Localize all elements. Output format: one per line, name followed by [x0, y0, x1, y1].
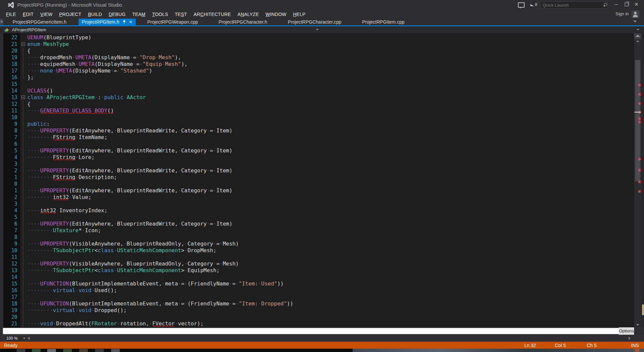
code-line[interactable]: 10: [3, 114, 634, 121]
line-number[interactable]: 3: [3, 201, 20, 207]
taskbar-icon[interactable]: [17, 349, 25, 352]
code-line[interactable]: 15····UFUNCTION(BlueprintImplementableEv…: [3, 280, 634, 287]
code-line[interactable]: 8: [3, 234, 634, 241]
line-number[interactable]: 3: [3, 161, 20, 167]
scroll-left-icon[interactable]: [28, 337, 30, 340]
line-number[interactable]: 16: [3, 287, 20, 294]
tab-ProjectRPGItem.h[interactable]: ProjectRPGItem.h✕: [79, 19, 136, 25]
collapsed-panel-edge[interactable]: h: [0, 19, 3, 25]
tab-ProjectRPGGenericItem.h[interactable]: ProjectRPGGenericItem.h: [4, 19, 75, 25]
code-line[interactable]: 14: [3, 274, 634, 280]
code-line[interactable]: 5: [3, 214, 634, 221]
fold-collapse-icon[interactable]: [20, 94, 27, 101]
members-dropdown[interactable]: [320, 26, 641, 33]
code-line[interactable]: 7········UTexture*·Icon;: [3, 227, 634, 234]
line-number[interactable]: 17: [3, 294, 20, 300]
code-line[interactable]: 2········int32·Value;: [3, 194, 634, 201]
line-number[interactable]: 16: [3, 74, 20, 81]
line-number[interactable]: 7: [3, 227, 20, 234]
types-dropdown[interactable]: AProjectRPGItem: [3, 26, 320, 33]
line-number[interactable]: 4: [3, 207, 20, 214]
menu-item-file[interactable]: FILE: [3, 10, 19, 18]
menu-item-architecture[interactable]: ARCHITECTURE: [190, 10, 234, 18]
code-line[interactable]: 10········TSubobjectPtr<class·UStaticMes…: [3, 247, 634, 254]
line-number[interactable]: 2: [3, 167, 20, 174]
minimize-button[interactable]: [611, 0, 621, 9]
horizontal-scrollbar[interactable]: 100 %: [0, 335, 644, 342]
error-mark[interactable]: [638, 84, 641, 86]
line-number[interactable]: 6: [3, 141, 20, 147]
line-number[interactable]: 14: [3, 274, 20, 280]
vertical-scrollbar[interactable]: [634, 33, 641, 327]
code-line[interactable]: 13class·AProjectRPGItem·:·public·AActor: [3, 94, 634, 101]
close-tab-icon[interactable]: ✕: [129, 20, 132, 24]
scroll-down-icon[interactable]: [636, 324, 639, 326]
taskbar-icon[interactable]: [111, 349, 120, 352]
feedback-icon[interactable]: [518, 2, 525, 8]
code-line[interactable]: 4····int32·InventoryIndex;: [3, 207, 634, 214]
menu-item-window[interactable]: WINDOW: [262, 10, 290, 18]
code-line[interactable]: 20{: [3, 48, 634, 54]
code-line[interactable]: 6: [3, 141, 634, 147]
code-line[interactable]: 17····none·UMETA(DisplayName·=·"Stashed"…: [3, 68, 634, 74]
fold-collapse-icon[interactable]: [20, 41, 27, 48]
code-line[interactable]: 16};: [3, 74, 634, 81]
line-number[interactable]: 21: [3, 320, 20, 327]
error-mark[interactable]: [638, 121, 641, 123]
menu-item-help[interactable]: HELP: [290, 10, 309, 18]
code-line[interactable]: 20: [3, 314, 634, 320]
line-number[interactable]: 6: [3, 221, 20, 227]
code-line[interactable]: 9····UPROPERTY(VisibleAnywhere,·Blueprin…: [3, 241, 634, 247]
line-number[interactable]: 17: [3, 68, 20, 74]
error-mark[interactable]: [638, 102, 641, 105]
tab-ProjectRPGItem.cpp[interactable]: ProjectRPGItem.cpp: [353, 19, 413, 25]
line-number[interactable]: 10: [3, 247, 20, 254]
code-line[interactable]: 8····UPROPERTY(EditAnywhere,·BlueprintRe…: [3, 127, 634, 134]
code-line[interactable]: 21enum·MeshType: [3, 41, 634, 48]
menu-item-team[interactable]: TEAM: [129, 10, 149, 18]
menu-item-tools[interactable]: TOOLS: [149, 10, 171, 18]
line-number[interactable]: 5: [3, 214, 20, 221]
line-number[interactable]: 9: [3, 121, 20, 127]
line-number[interactable]: 11: [3, 254, 20, 261]
line-number[interactable]: 20: [3, 48, 20, 54]
error-mark[interactable]: [638, 169, 641, 171]
tab-ProjectRPGCharacter.h[interactable]: ProjectRPGCharacter.h: [210, 19, 276, 25]
code-line[interactable]: 4········FString·Lore;: [3, 154, 634, 161]
search-icon[interactable]: [603, 3, 608, 7]
code-line[interactable]: 1········FString·Description;: [3, 174, 634, 181]
line-number[interactable]: 19: [3, 54, 20, 61]
code-line[interactable]: 2····UPROPERTY(EditAnywhere,·BlueprintRe…: [3, 167, 634, 174]
error-mark[interactable]: [638, 117, 641, 120]
line-number[interactable]: 9: [3, 241, 20, 247]
tab-ProjectRPGWeapon.cpp[interactable]: ProjectRPGWeapon.cpp: [139, 19, 207, 25]
command-input[interactable]: [3, 328, 621, 334]
code-line[interactable]: 3: [3, 201, 634, 207]
code-line[interactable]: 9public:: [3, 121, 634, 127]
line-number[interactable]: 4: [3, 154, 20, 161]
line-number[interactable]: 8: [3, 234, 20, 241]
line-number[interactable]: 15: [3, 81, 20, 88]
code-line[interactable]: 11: [3, 254, 634, 261]
taskbar-icon[interactable]: [32, 349, 41, 352]
line-number[interactable]: 21: [3, 41, 20, 48]
menu-item-project[interactable]: PROJECT: [56, 10, 85, 18]
menu-item-test[interactable]: TEST: [171, 10, 190, 18]
scroll-up-icon[interactable]: [636, 40, 639, 42]
line-number[interactable]: 20: [3, 314, 20, 320]
line-number[interactable]: 22: [3, 34, 20, 41]
taskbar-icon[interactable]: [63, 349, 72, 352]
line-number[interactable]: 13: [3, 267, 20, 274]
quick-launch-box[interactable]: [540, 1, 607, 9]
code-line[interactable]: 12{: [3, 101, 634, 107]
restore-button[interactable]: [621, 0, 631, 9]
code-line[interactable]: 13········TSubobjectPtr<class·UStaticMes…: [3, 267, 634, 274]
code-line[interactable]: 5····UPROPERTY(EditAnywhere,·BlueprintRe…: [3, 147, 634, 154]
taskbar-icon[interactable]: [79, 349, 88, 352]
line-number[interactable]: 11: [3, 107, 20, 114]
line-number[interactable]: 8: [3, 127, 20, 134]
menu-item-view[interactable]: VIEW: [37, 10, 56, 18]
error-mark[interactable]: [638, 190, 641, 193]
line-number[interactable]: 12: [3, 261, 20, 267]
tab-ProjectRPGCharacter.cpp[interactable]: ProjectRPGCharacter.cpp: [279, 19, 350, 25]
